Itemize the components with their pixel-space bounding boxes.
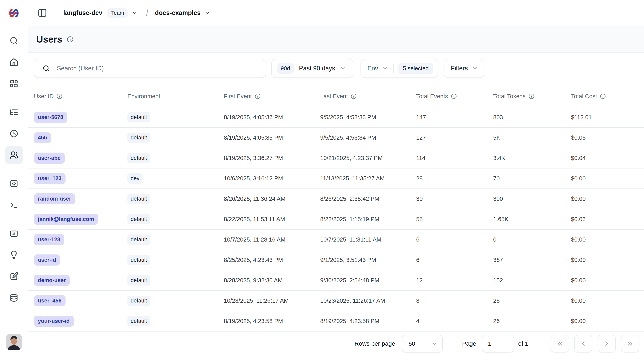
column-header[interactable]: User ID [34, 93, 128, 100]
column-header[interactable]: Total Events [416, 93, 493, 100]
column-header[interactable]: Total Tokens [493, 93, 571, 100]
chevron-down-icon [472, 65, 478, 72]
page-title-info-icon[interactable] [67, 36, 74, 43]
info-icon[interactable] [451, 93, 457, 99]
table-row[interactable]: user-abc default 8/19/2025, 3:36:27 PM 1… [28, 148, 644, 168]
user-id-badge[interactable]: demo-user [34, 275, 70, 286]
total-events-cell: 127 [416, 134, 493, 141]
user-id-badge[interactable]: user-abc [34, 153, 65, 164]
table-row[interactable]: user_123 dev 10/6/2025, 3:16:12 PM 11/13… [28, 168, 644, 188]
breadcrumb-project-name[interactable]: docs-examples [155, 9, 201, 17]
column-header[interactable]: Last Event [320, 93, 416, 100]
sidebar-item-prompts-file-code[interactable] [5, 175, 23, 192]
sidebar-item-insights-lightbulb[interactable] [5, 246, 23, 264]
sidebar-item-tracing-tree[interactable] [5, 103, 23, 121]
environment-selected-badge: 5 selected [398, 63, 433, 74]
sidebar-item-sessions-clock[interactable] [5, 125, 23, 142]
last-page-button[interactable] [621, 335, 639, 352]
breadcrumb-org-name[interactable]: langfuse-dev [63, 9, 102, 17]
user-id-badge[interactable]: 456 [34, 132, 51, 143]
total-tokens-cell: 26 [493, 318, 571, 324]
chevron-left-icon [580, 340, 587, 347]
page-number-input[interactable] [482, 335, 514, 352]
filters-button[interactable]: Filters [444, 59, 484, 78]
user-avatar[interactable] [6, 334, 22, 350]
table-row[interactable]: your-user-id default 8/19/2025, 4:23:58 … [28, 311, 644, 331]
total-tokens-cell: 1.65K [493, 216, 571, 223]
sidebar-item-dashboard-grid[interactable] [5, 75, 23, 92]
home-icon [9, 58, 18, 67]
last-event-cell: 8/19/2025, 4:23:58 PM [320, 318, 416, 324]
environment-filter-button[interactable]: Env 5 selected [360, 59, 438, 78]
first-page-button[interactable] [551, 335, 569, 352]
table-row[interactable]: random-user default 8/26/2025, 11:36:24 … [28, 188, 644, 209]
sidebar-item-users[interactable] [5, 146, 23, 164]
sidebar-toggle-button[interactable] [37, 7, 48, 19]
datasets-database-icon [9, 293, 18, 302]
total-cost-cell: $0.00 [571, 318, 644, 324]
info-icon[interactable] [56, 93, 62, 99]
previous-page-button[interactable] [574, 335, 592, 352]
org-switcher-button[interactable] [132, 10, 138, 16]
sidebar [0, 0, 28, 362]
column-header[interactable]: First Event [224, 93, 320, 100]
user-id-badge[interactable]: your-user-id [34, 315, 74, 327]
evaluation-percent-icon [9, 229, 18, 238]
table-row[interactable]: 456 default 8/19/2025, 4:05:35 PM 9/5/20… [28, 127, 644, 148]
sidebar-nav [0, 26, 28, 310]
first-event-cell: 8/26/2025, 11:36:24 AM [224, 196, 320, 202]
user-id-badge[interactable]: user_456 [34, 295, 66, 306]
rows-per-page-select[interactable]: 50 [402, 335, 443, 352]
table-row[interactable]: demo-user default 8/28/2025, 9:32:30 AM … [28, 270, 644, 290]
table-row[interactable]: user-id default 8/25/2025, 4:23:43 PM 9/… [28, 250, 644, 270]
chevron-right-icon [603, 340, 610, 347]
user-id-badge[interactable]: user-123 [34, 234, 64, 245]
date-range-button[interactable]: 90d Past 90 days [272, 59, 353, 78]
table-row[interactable]: user_456 default 10/23/2025, 11:26:17 AM… [28, 290, 644, 311]
search-input[interactable] [57, 65, 259, 72]
playground-terminal-icon [9, 200, 18, 210]
insights-lightbulb-icon [9, 250, 18, 260]
filters-label: Filters [451, 65, 468, 72]
user-id-badge[interactable]: jannik@langfuse.com [34, 214, 98, 225]
column-header[interactable]: Total Cost [571, 93, 644, 100]
total-tokens-cell: 367 [493, 257, 571, 263]
info-icon[interactable] [255, 93, 261, 99]
project-switcher-button[interactable] [204, 10, 210, 16]
info-icon[interactable] [351, 93, 357, 99]
sidebar-item-search[interactable] [5, 32, 23, 50]
sidebar-item-playground-terminal[interactable] [5, 196, 23, 214]
column-header-label: Last Event [320, 93, 348, 100]
info-icon[interactable] [528, 93, 534, 99]
first-event-cell: 8/22/2025, 11:53:11 AM [224, 216, 320, 223]
table-row[interactable]: user-5678 default 8/19/2025, 4:05:36 PM … [28, 107, 644, 127]
total-cost-cell: $112.01 [571, 114, 644, 121]
first-event-cell: 8/19/2025, 3:36:27 PM [224, 155, 320, 161]
langfuse-logo[interactable] [0, 0, 28, 26]
first-event-cell: 8/19/2025, 4:23:58 PM [224, 318, 320, 324]
next-page-button[interactable] [598, 335, 616, 352]
user-id-badge[interactable]: user-5678 [34, 112, 67, 123]
total-cost-cell: $0.04 [571, 155, 644, 161]
environment-badge: default [128, 214, 150, 224]
environment-badge: dev [128, 173, 143, 184]
page-header: Users [28, 26, 644, 53]
total-tokens-cell: 803 [493, 114, 571, 121]
user-id-badge[interactable]: user_123 [34, 173, 66, 184]
total-events-cell: 12 [416, 277, 493, 284]
sidebar-item-home[interactable] [5, 53, 23, 71]
last-event-cell: 10/7/2025, 11:31:11 AM [320, 236, 416, 243]
info-icon[interactable] [600, 93, 606, 99]
user-id-badge[interactable]: user-id [34, 254, 60, 265]
user-id-badge[interactable]: random-user [34, 193, 75, 204]
rows-per-page-label: Rows per page [354, 335, 395, 352]
page-title: Users [36, 34, 62, 45]
top-header: langfuse-dev Team / docs-examples [28, 0, 644, 26]
sidebar-item-annotation-pen[interactable] [5, 268, 23, 285]
sidebar-item-datasets-database[interactable] [5, 289, 23, 307]
pagination-bar: Rows per page 50 Page of 1 [28, 331, 644, 362]
sidebar-item-evaluation-percent[interactable] [5, 225, 23, 243]
table-row[interactable]: jannik@langfuse.com default 8/22/2025, 1… [28, 209, 644, 229]
table-row[interactable]: user-123 default 10/7/2025, 11:28:16 AM … [28, 229, 644, 250]
column-header[interactable]: Environment [128, 93, 224, 100]
